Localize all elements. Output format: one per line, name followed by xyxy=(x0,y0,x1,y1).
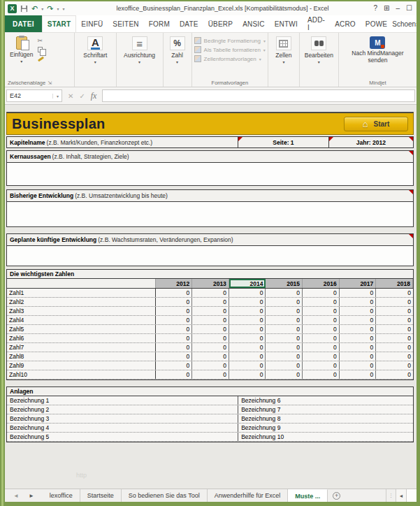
number-dropdown-icon[interactable]: ▾ xyxy=(176,59,178,64)
sheet-nav-left-icon[interactable]: ◄ xyxy=(13,493,19,499)
alignment-dropdown-icon[interactable]: ▾ xyxy=(138,59,140,64)
value-cell[interactable]: 0 xyxy=(229,298,266,306)
anlagen-cell-left[interactable]: Bezeichnung 4 xyxy=(7,424,238,432)
font-dropdown-icon[interactable]: ▾ xyxy=(94,59,96,64)
value-cell[interactable]: 0 xyxy=(229,352,266,361)
ribbon-options-button[interactable]: ⊞ xyxy=(384,5,389,12)
value-cell[interactable]: 0 xyxy=(303,370,340,379)
row-label-cell[interactable]: Zahl6 xyxy=(7,334,156,342)
tab-datei[interactable]: DATEI xyxy=(5,15,42,32)
value-cell[interactable]: 0 xyxy=(229,370,266,379)
cells-button[interactable]: Zellen ▾ xyxy=(273,35,294,77)
number-button[interactable]: % Zahl ▾ xyxy=(167,35,188,77)
mindmanager-button[interactable]: M Nach MindManager senden xyxy=(349,35,406,77)
value-cell[interactable]: 0 xyxy=(229,316,266,324)
cells-dropdown-icon[interactable]: ▾ xyxy=(282,59,284,64)
value-cell[interactable]: 0 xyxy=(156,316,193,324)
value-cell[interactable]: 0 xyxy=(340,361,377,370)
year-header-cell[interactable]: 2016 xyxy=(303,279,340,288)
year-header-cell[interactable]: 2018 xyxy=(376,279,413,288)
anlagen-cell-right[interactable]: Bezeichnung 6 xyxy=(238,396,413,405)
anlagen-cell-right[interactable]: Bezeichnung 10 xyxy=(238,433,413,441)
maximize-button[interactable]: ☐ xyxy=(406,5,412,12)
value-cell[interactable]: 0 xyxy=(376,307,413,315)
value-cell[interactable]: 0 xyxy=(192,307,229,315)
anlagen-cell-left[interactable]: Bezeichnung 1 xyxy=(7,396,238,405)
redo-button[interactable]: ↷ xyxy=(47,5,53,13)
row-label-cell[interactable]: Zahl3 xyxy=(7,307,156,315)
cancel-icon[interactable]: ✕ xyxy=(68,92,73,100)
style-button[interactable]: Als Tabelle formatieren ▾ xyxy=(194,46,266,53)
ribbon-tab[interactable]: ÜBERP xyxy=(203,15,238,32)
value-cell[interactable]: 0 xyxy=(156,307,193,315)
value-cell[interactable]: 0 xyxy=(192,298,229,306)
formula-input[interactable] xyxy=(102,89,415,102)
value-cell[interactable]: 0 xyxy=(192,325,229,333)
help-button[interactable]: ? xyxy=(374,5,378,12)
value-cell[interactable]: 0 xyxy=(266,325,303,333)
page-cell[interactable]: Seite: 1 xyxy=(238,137,329,147)
value-cell[interactable]: 0 xyxy=(192,289,229,297)
tab-start[interactable]: START xyxy=(42,15,77,32)
save-icon[interactable] xyxy=(20,5,28,13)
sheet-tab[interactable]: So bedienen Sie das Tool xyxy=(122,489,208,502)
value-cell[interactable]: 0 xyxy=(192,343,229,352)
value-cell[interactable]: 0 xyxy=(266,352,303,361)
sheet-tab-active[interactable]: Muste ... xyxy=(288,489,328,502)
paste-button[interactable]: Einfügen ▾ xyxy=(7,35,36,77)
value-cell[interactable]: 0 xyxy=(156,334,193,342)
geplante-entwicklung-input-area[interactable] xyxy=(7,246,413,266)
value-cell[interactable]: 0 xyxy=(303,316,340,324)
cut-icon[interactable]: ✂ xyxy=(38,37,47,44)
value-cell[interactable]: 0 xyxy=(303,307,340,315)
value-cell[interactable]: 0 xyxy=(376,325,413,333)
value-cell[interactable]: 0 xyxy=(229,343,266,352)
editing-button[interactable]: Bearbeiten ▾ xyxy=(302,35,336,77)
value-cell[interactable]: 0 xyxy=(156,343,193,352)
bisherige-entwicklung-input-area[interactable] xyxy=(7,202,413,226)
anlagen-cell-left[interactable]: Bezeichnung 5 xyxy=(7,433,238,441)
value-cell[interactable]: 0 xyxy=(266,307,303,315)
redo-dropdown-icon[interactable]: ▾ xyxy=(57,6,59,11)
value-cell[interactable]: 0 xyxy=(192,370,229,379)
scrollbar-grip-icon[interactable]: ⋮ xyxy=(386,493,396,498)
value-cell[interactable]: 0 xyxy=(156,370,193,379)
anlagen-cell-right[interactable]: Bezeichnung 8 xyxy=(238,414,413,423)
value-cell[interactable]: 0 xyxy=(266,298,303,306)
value-cell[interactable]: 0 xyxy=(156,361,193,370)
style-button[interactable]: Zellenformatvorlagen ▾ xyxy=(194,55,266,62)
minimize-button[interactable]: – xyxy=(396,5,400,12)
value-cell[interactable]: 0 xyxy=(229,361,266,370)
row-label-cell[interactable]: Zahl10 xyxy=(7,370,156,379)
row-label-cell[interactable]: Zahl9 xyxy=(7,361,156,370)
ribbon-tab[interactable]: ACRO xyxy=(330,15,361,32)
value-cell[interactable]: 0 xyxy=(229,334,266,342)
copy-icon[interactable]: ▾ xyxy=(38,46,47,53)
undo-dropdown-icon[interactable]: ▾ xyxy=(41,6,43,11)
value-cell[interactable]: 0 xyxy=(303,325,340,333)
editing-dropdown-icon[interactable]: ▾ xyxy=(318,59,320,64)
ribbon-tab[interactable]: SEITEN xyxy=(108,15,143,32)
add-sheet-button[interactable]: + xyxy=(328,489,345,502)
year-header-cell[interactable]: 2015 xyxy=(266,279,303,288)
value-cell[interactable]: 0 xyxy=(266,370,303,379)
enter-icon[interactable]: ✓ xyxy=(79,92,85,100)
name-box-dropdown-icon[interactable]: ▾ xyxy=(52,94,59,99)
year-header-cell[interactable]: 2013 xyxy=(192,279,229,288)
start-button[interactable]: ⌂ Start xyxy=(344,117,408,131)
scrollbar-thumb[interactable] xyxy=(407,489,417,502)
value-cell[interactable]: 0 xyxy=(303,298,340,306)
font-button[interactable]: A Schriftart ▾ xyxy=(80,35,110,77)
chapter-name-cell[interactable]: Kapitelname (z.B. Markt/Kunden, Finanzko… xyxy=(7,137,238,147)
format-painter-icon[interactable] xyxy=(38,55,47,62)
ribbon-tab[interactable]: DATE xyxy=(175,15,203,32)
geplante-entwicklung-header[interactable]: Geplante künftige Entwicklung (z.B. Wach… xyxy=(7,234,413,246)
value-cell[interactable]: 0 xyxy=(192,361,229,370)
value-cell[interactable]: 0 xyxy=(192,316,229,324)
style-button[interactable]: Bedingte Formatierung ▾ xyxy=(194,37,266,44)
alignment-button[interactable]: ≡ Ausrichtung ▾ xyxy=(121,35,158,77)
ribbon-tab[interactable]: POWE xyxy=(361,15,392,32)
value-cell[interactable]: 0 xyxy=(340,352,377,361)
value-cell[interactable]: 0 xyxy=(303,343,340,352)
ribbon-tab[interactable]: EINFÜ xyxy=(76,15,108,32)
